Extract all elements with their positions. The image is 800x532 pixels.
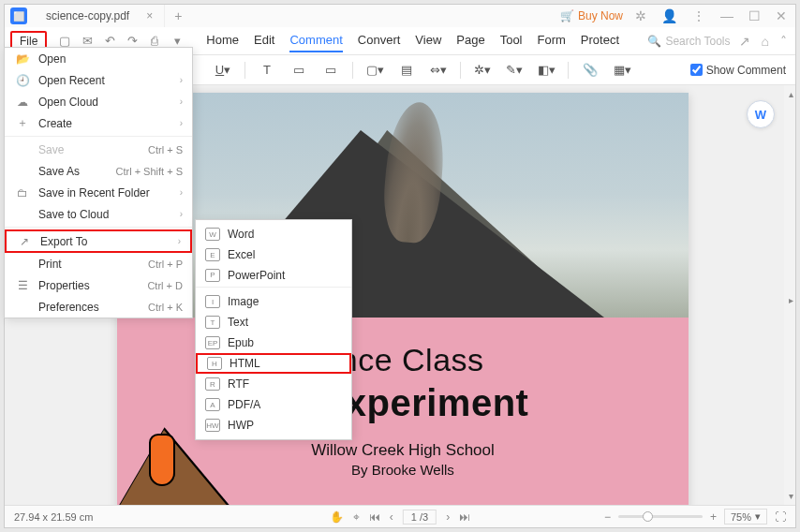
- zoom-value: 75%: [731, 511, 751, 523]
- hand-tool-icon[interactable]: ✋: [330, 510, 344, 524]
- file-menu-item-export-to[interactable]: ↗Export To›: [5, 229, 192, 253]
- export-item-powerpoint[interactable]: PPowerPoint: [196, 265, 351, 288]
- zoom-thumb[interactable]: [643, 511, 653, 522]
- export-item-word[interactable]: WWord: [196, 224, 351, 244]
- export-item-label: Word: [228, 228, 254, 241]
- share-icon[interactable]: ✲: [632, 8, 649, 23]
- tab-comment[interactable]: Comment: [289, 29, 342, 52]
- scroll-down-icon[interactable]: ▾: [789, 491, 793, 501]
- select-tool-icon[interactable]: ⌖: [353, 510, 360, 524]
- export-item-text[interactable]: TText: [196, 312, 351, 332]
- kebab-icon[interactable]: ⋮: [689, 8, 708, 23]
- document-tab[interactable]: science-copy.pdf ×: [35, 5, 165, 27]
- file-menu-item-open-cloud[interactable]: ☁Open Cloud›: [5, 91, 192, 112]
- page-indicator[interactable]: 1 /3: [403, 510, 437, 525]
- tab-form[interactable]: Form: [538, 29, 566, 52]
- file-menu-item-print[interactable]: PrintCtrl + P: [5, 253, 192, 274]
- show-comment-checkbox[interactable]: [690, 64, 703, 76]
- tab-edit[interactable]: Edit: [254, 29, 274, 52]
- menu-item-icon: ＋: [14, 115, 31, 131]
- export-item-label: HWP: [228, 419, 254, 432]
- export-word-badge[interactable]: W: [747, 100, 775, 128]
- file-menu-item-preferences[interactable]: PreferencesCtrl + K: [5, 296, 192, 318]
- show-comment-toggle[interactable]: Show Comment: [690, 64, 786, 77]
- first-page-icon[interactable]: ⏮: [369, 510, 380, 524]
- app-icon: ⬜: [10, 7, 27, 24]
- file-menu-item-save-as[interactable]: Save AsCtrl + Shift + S: [5, 160, 192, 182]
- last-page-icon[interactable]: ⏭: [459, 510, 470, 524]
- buy-now-link[interactable]: 🛒 Buy Now: [560, 9, 623, 22]
- fullscreen-icon[interactable]: ⛶: [775, 510, 786, 524]
- stamp-tool[interactable]: ✲▾: [470, 60, 495, 81]
- zoom-slider[interactable]: [618, 515, 703, 518]
- export-item-pdfa[interactable]: APDF/A: [196, 394, 351, 415]
- user-icon[interactable]: 👤: [659, 8, 680, 23]
- export-item-rtf[interactable]: RRTF: [196, 374, 351, 394]
- menu-item-icon: ☰: [14, 279, 31, 292]
- menu-item-icon: 🕘: [14, 74, 31, 87]
- export-item-excel[interactable]: EExcel: [196, 244, 351, 265]
- file-menu-item-create[interactable]: ＋Create›: [5, 112, 192, 134]
- eraser-tool[interactable]: ◧▾: [534, 60, 558, 81]
- tab-convert[interactable]: Convert: [358, 29, 401, 52]
- filetype-icon: W: [205, 228, 220, 241]
- chevron-right-icon: ›: [180, 118, 183, 128]
- menu-item-icon: ☁: [14, 96, 31, 109]
- prev-page-icon[interactable]: ‹: [390, 510, 393, 524]
- text-tool[interactable]: T: [255, 60, 279, 81]
- menu-item-shortcut: Ctrl + D: [147, 280, 183, 291]
- tab-home[interactable]: Home: [206, 29, 239, 52]
- menu-item-icon: 🗀: [14, 186, 31, 200]
- export-item-image[interactable]: IImage: [196, 291, 351, 312]
- home-icon[interactable]: ⌂: [759, 34, 772, 49]
- shape-rect-tool[interactable]: ▢▾: [363, 60, 387, 81]
- export-item-epub[interactable]: EPEpub: [196, 332, 351, 353]
- filetype-icon: R: [205, 377, 220, 391]
- tab-page[interactable]: Page: [456, 29, 484, 52]
- minimize-button[interactable]: —: [718, 8, 736, 23]
- vertical-scrollbar[interactable]: ▴ ▸ ▾: [784, 85, 795, 505]
- zoom-out-icon[interactable]: −: [604, 510, 611, 524]
- close-button[interactable]: ✕: [773, 8, 790, 23]
- export-to-submenu: WWordEExcelPPowerPointIImageTTextEPEpubH…: [195, 219, 352, 440]
- open-external-icon[interactable]: ↗: [736, 34, 753, 49]
- filetype-icon: A: [205, 398, 220, 411]
- scroll-up-icon[interactable]: ▴: [789, 89, 793, 99]
- signature-tool[interactable]: ✎▾: [502, 60, 526, 81]
- attachment-tool[interactable]: 📎: [578, 60, 602, 81]
- export-item-label: RTF: [228, 377, 249, 391]
- tab-protect[interactable]: Protect: [581, 29, 619, 52]
- menu-item-label: Save As: [38, 165, 115, 178]
- menu-item-label: Open Cloud: [38, 96, 180, 109]
- export-item-html[interactable]: HHTML: [196, 353, 351, 374]
- search-tools[interactable]: 🔍 Search Tools: [647, 35, 730, 48]
- menu-item-icon: ↗: [16, 235, 33, 248]
- maximize-button[interactable]: ☐: [746, 8, 763, 23]
- scroll-right-icon[interactable]: ▸: [789, 295, 793, 305]
- tab-tool[interactable]: Tool: [500, 29, 523, 52]
- next-page-icon[interactable]: ›: [446, 510, 450, 524]
- zoom-in-icon[interactable]: +: [710, 510, 717, 524]
- file-menu-item-save-in-recent-folder[interactable]: 🗀Save in Recent Folder›: [5, 182, 192, 203]
- link-tool[interactable]: ▦▾: [610, 60, 634, 81]
- tab-close-icon[interactable]: ×: [146, 9, 153, 22]
- file-menu-item-open-recent[interactable]: 🕘Open Recent›: [5, 69, 192, 91]
- file-menu-item-open[interactable]: 📂Open: [5, 48, 192, 69]
- filetype-icon: P: [205, 269, 220, 282]
- collapse-ribbon-icon[interactable]: ˄: [778, 34, 790, 49]
- file-menu-item-save-to-cloud[interactable]: Save to Cloud›: [5, 203, 192, 225]
- menu-item-shortcut: Ctrl + S: [148, 144, 183, 155]
- search-placeholder: Search Tools: [665, 35, 730, 48]
- underline-tool[interactable]: U▾: [211, 60, 235, 81]
- measure-tool[interactable]: ⇔▾: [426, 60, 451, 81]
- tab-view[interactable]: View: [415, 29, 441, 52]
- note-tool[interactable]: ▤: [394, 60, 419, 81]
- file-menu-item-properties[interactable]: ☰PropertiesCtrl + D: [5, 274, 192, 296]
- textbox-tool[interactable]: ▭: [287, 60, 311, 81]
- callout-tool[interactable]: ▭: [319, 60, 343, 81]
- tab-add-button[interactable]: +: [165, 8, 191, 23]
- export-item-label: Epub: [228, 336, 254, 349]
- chevron-right-icon: ›: [180, 209, 183, 219]
- zoom-dropdown[interactable]: 75% ▾: [724, 509, 767, 525]
- export-item-hwp[interactable]: HWHWP: [196, 415, 351, 436]
